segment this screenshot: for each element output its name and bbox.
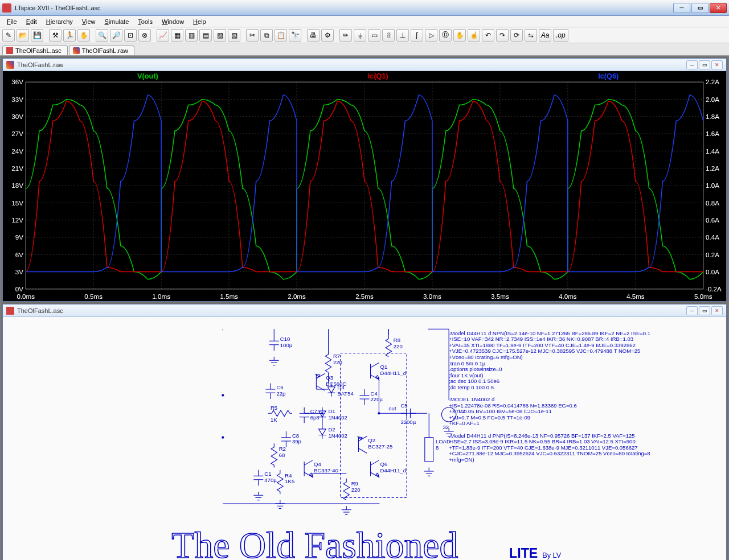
schematic-canvas[interactable]: C1470µR41K5C622pR51KC839pR268C76p8Q3BC56… [3,317,726,560]
menu-window[interactable]: Window [157,17,189,26]
tile2-icon[interactable]: ▥ [185,29,198,42]
undo-icon[interactable]: ↶ [482,29,494,42]
save-icon[interactable]: 💾 [31,29,43,42]
svg-text:1.2A: 1.2A [706,164,719,172]
print-icon[interactable]: 🖶 [307,29,320,42]
svg-text:;four 1K v(out): ;four 1K v(out) [449,372,483,378]
menubar: File Edit Hierarchy View Simulate Tools … [0,16,729,27]
svg-text:R2: R2 [279,446,286,452]
maximize-button[interactable]: ▭ [691,3,708,13]
subwin-maximize-button[interactable]: ▭ [699,60,710,69]
autorange-icon[interactable]: 📈 [157,29,169,42]
svg-text:0.4A: 0.4A [706,233,719,241]
tile4-icon[interactable]: ▨ [214,29,226,42]
document-tabbar: TheOlFashL.asc TheOlFashL.raw [0,43,729,56]
svg-text:9V: 9V [15,233,23,241]
zoom-area-icon[interactable]: ⊡ [124,29,137,42]
svg-text:R7: R7 [333,353,340,359]
tile-icon[interactable]: ▦ [171,29,183,42]
tile5-icon[interactable]: ▧ [228,29,240,42]
menu-simulate[interactable]: Simulate [100,17,133,26]
component-icon[interactable]: Ⓓ [439,29,452,42]
svg-text:15V: 15V [11,199,23,207]
svg-text:+ISE=2.7 ISS=3.08e-9 IKR=11.5 : +ISE=2.7 ISS=3.08e-9 IKR=11.5 NK=0.55 BR… [449,438,636,444]
schematic-titlebar[interactable]: TheOlFashL.asc ─ ▭ ✕ [3,304,726,317]
tab-schematic[interactable]: TheOlFashL.asc [2,46,68,55]
svg-text:;dc temp 0 100 0.5: ;dc temp 0 100 0.5 [449,384,494,390]
svg-point-118 [378,412,380,414]
svg-text:+mfg=ON): +mfg=ON) [449,456,474,463]
svg-text:D2: D2 [329,426,335,433]
close-button[interactable]: ✕ [710,3,727,13]
svg-text:12V: 12V [11,216,23,224]
svg-text:+XTI=0.05 BV=100 IBV=5e-08 CJO: +XTI=0.05 BV=100 IBV=5e-08 CJO=1e-11 [449,408,552,414]
menu-view[interactable]: View [77,17,100,26]
svg-text:.MODEL 1N4002 d: .MODEL 1N4002 d [449,396,494,402]
mirror-icon[interactable]: ⇋ [525,29,537,42]
subwin-minimize-button[interactable]: ─ [686,306,698,315]
inductor-icon[interactable]: ʃ [411,29,423,42]
minimize-button[interactable]: ─ [673,3,690,13]
draw-wire-icon[interactable]: ✏ [339,29,352,42]
svg-text:1K5: 1K5 [285,478,294,484]
resistor-icon[interactable]: ⧛ [382,29,395,42]
paste-icon[interactable]: 📋 [275,29,287,42]
drag-icon[interactable]: ☝ [468,29,480,42]
run-icon[interactable]: 🏃 [63,29,76,42]
probe-icon[interactable]: ⚒ [49,29,62,42]
menu-hierarchy[interactable]: Hierarchy [42,17,77,26]
svg-text:BAT54: BAT54 [337,390,354,397]
svg-text:2.2A: 2.2A [706,78,719,85]
waveform-titlebar[interactable]: TheOlFashL.raw ─ ▭ ✕ [3,59,726,71]
tab-waveform[interactable]: TheOlFashL.raw [69,46,134,55]
svg-text:4.0ms: 4.0ms [559,293,577,300]
subwin-minimize-button[interactable]: ─ [686,60,698,69]
zoom-fit-icon[interactable]: ⊗ [138,29,151,42]
new-schematic-icon[interactable]: ✎ [2,29,15,42]
spice-directive-icon[interactable]: .op [553,29,568,42]
redo-icon[interactable]: ↷ [496,29,509,42]
svg-text:.tran 0 5m 0 1µ: .tran 0 5m 0 1µ [449,360,486,367]
waveform-tab-icon [73,47,80,54]
svg-text:+ISE=10 VAF=342 NR=2.7349 ISS=: +ISE=10 VAF=342 NR=2.7349 ISS=1e4 IKR=36… [449,336,633,342]
svg-text:5.0ms: 5.0ms [694,293,712,300]
zoom-out-icon[interactable]: 🔎 [110,29,122,42]
subwin-close-button[interactable]: ✕ [711,306,723,315]
svg-text:-0.2A: -0.2A [706,285,722,293]
svg-text:D44H11_d: D44H11_d [380,370,407,376]
ground-icon[interactable]: ⏚ [354,29,366,42]
menu-file[interactable]: File [2,17,22,26]
subwin-close-button[interactable]: ✕ [711,60,723,69]
tile3-icon[interactable]: ▤ [199,29,212,42]
find-icon[interactable]: 🔭 [289,29,301,42]
menu-edit[interactable]: Edit [22,17,42,26]
svg-text:2200µ: 2200µ [400,419,416,426]
svg-text:LOAD: LOAD [436,438,450,444]
subwin-maximize-button[interactable]: ▭ [699,306,710,315]
rotate-icon[interactable]: ⟳ [510,29,523,42]
svg-text:0.0A: 0.0A [706,268,719,275]
plot-area[interactable]: 36V33V30V27V24V21V18V15V12V9V6V3V0V2.2A2… [3,71,726,301]
svg-text:Q6: Q6 [380,462,388,468]
copy-icon[interactable]: ⧉ [260,29,273,42]
zoom-in-icon[interactable]: 🔍 [96,29,108,42]
capacitor-icon[interactable]: ⊥ [396,29,409,42]
svg-point-115 [222,394,224,397]
svg-text:Q1: Q1 [380,364,388,370]
svg-text:220: 220 [394,343,403,349]
svg-text:220: 220 [333,359,342,365]
setup-icon[interactable]: ⚙ [321,29,334,42]
text-icon[interactable]: Aa [539,29,551,42]
halt-icon[interactable]: ✋ [77,29,90,42]
menu-help[interactable]: Help [189,17,211,26]
label-icon[interactable]: ▭ [368,29,380,42]
svg-text:220: 220 [351,487,361,493]
svg-text:8: 8 [436,444,439,451]
menu-tools[interactable]: Tools [133,17,157,26]
cut-icon[interactable]: ✂ [246,29,259,42]
schematic-title: TheOlFashL.asc [17,307,686,314]
diode-icon[interactable]: ▷ [425,29,437,42]
move-icon[interactable]: ✋ [453,29,466,42]
open-icon[interactable]: 📂 [17,29,29,42]
waveform-window: TheOlFashL.raw ─ ▭ ✕ 36V33V30V27V24V21V1… [2,58,727,302]
